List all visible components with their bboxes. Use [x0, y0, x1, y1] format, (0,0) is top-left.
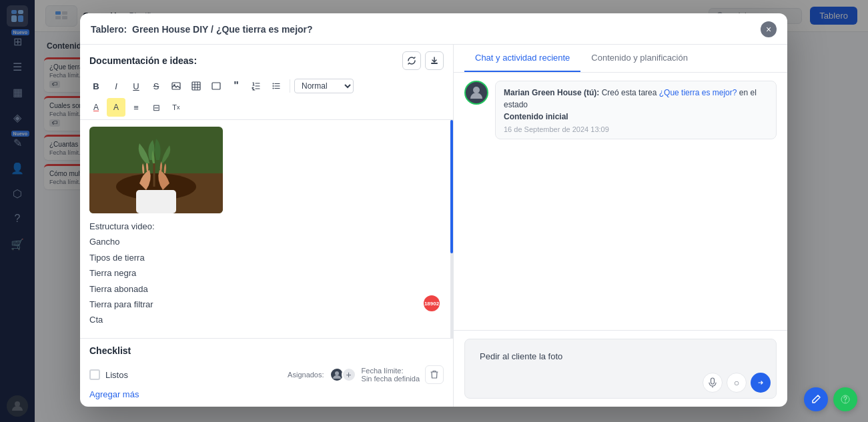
- svg-rect-14: [212, 83, 220, 89]
- fecha-value: Sin fecha definida: [362, 375, 420, 383]
- toolbar-bold[interactable]: B: [87, 77, 105, 95]
- checklist-section: Checklist Listos Asignados:: [80, 338, 453, 407]
- svg-point-22: [335, 371, 339, 375]
- comment-placeholder-text[interactable]: Pedir al cliente la foto: [473, 346, 768, 367]
- fecha-label: Fecha límite:: [362, 367, 404, 375]
- checklist-item: Listos Asignados: +: [89, 361, 444, 388]
- toolbar-separator: [290, 79, 290, 93]
- svg-rect-10: [431, 63, 438, 64]
- modal-title: Tablero: Green House DIY / ¿Que tierra e…: [91, 24, 313, 35]
- toolbar-justify[interactable]: ⊟: [147, 98, 165, 117]
- edit-icon: [811, 394, 821, 405]
- refresh-icon: [407, 56, 416, 65]
- activity-action: Creó esta tarea: [602, 88, 659, 97]
- toolbar-strikethrough[interactable]: S: [147, 77, 165, 95]
- comment-actions: ○: [703, 373, 771, 393]
- unordered-list-icon: [272, 81, 281, 91]
- checklist-item-label: Listos: [105, 370, 282, 380]
- toolbar-code[interactable]: [207, 77, 226, 95]
- fab-edit-button[interactable]: [804, 387, 828, 411]
- tab-contenido-planificacion[interactable]: Contenido y planificación: [580, 45, 699, 72]
- toolbar-align[interactable]: ≡: [127, 98, 145, 117]
- activity-content: Marian Green House (tú): Creó esta tarea…: [495, 81, 777, 139]
- toolbar-text-color[interactable]: A: [87, 98, 105, 117]
- svg-point-17: [273, 88, 274, 89]
- asignados-label: Asignados:: [288, 371, 324, 379]
- doc-action-download[interactable]: [425, 51, 444, 70]
- modal-header: Tablero: Green House DIY / ¿Que tierra e…: [80, 13, 787, 45]
- microphone-icon: [709, 377, 717, 388]
- counter-badge: 18902: [424, 295, 440, 311]
- fab-help-button[interactable]: [833, 387, 857, 411]
- task-modal: Tablero: Green House DIY / ¿Que tierra e…: [80, 13, 787, 407]
- doc-section-label: Documentación e ideas:: [89, 55, 197, 66]
- scroll-thumb: [450, 120, 453, 253]
- send-button[interactable]: [751, 373, 771, 393]
- mic-button[interactable]: [703, 373, 723, 393]
- toolbar-unordered-list[interactable]: [267, 77, 286, 95]
- modal-left-panel: Documentación e ideas:: [80, 45, 454, 407]
- toolbar-italic[interactable]: I: [107, 77, 125, 95]
- svg-rect-24: [711, 378, 715, 384]
- toolbar-clear-format[interactable]: Tx: [167, 98, 185, 117]
- svg-point-16: [273, 85, 274, 87]
- fecha-container: Fecha límite: Sin fecha definida: [362, 367, 420, 383]
- doc-actions: [402, 51, 444, 70]
- image-icon: [171, 81, 181, 91]
- svg-point-23: [473, 87, 480, 93]
- toolbar-image[interactable]: [167, 77, 185, 95]
- comment-input-wrapper: Pedir al cliente la foto ○: [464, 339, 777, 399]
- avatar-group: +: [330, 367, 356, 382]
- checklist-meta: Asignados: + Fecha límite:: [288, 365, 444, 384]
- activity-user: Marian Green House (tú):: [504, 88, 599, 97]
- toolbar-highlight[interactable]: A: [107, 98, 125, 117]
- right-tabs: Chat y actividad reciente Contenido y pl…: [454, 45, 787, 73]
- modal-body: Documentación e ideas:: [80, 45, 787, 407]
- activity-feed: Marian Green House (tú): Creó esta tarea…: [454, 73, 787, 330]
- agregar-mas-link[interactable]: Agregar más: [89, 389, 139, 399]
- editor-text: Estructura video: Gancho Tipos de tierra…: [89, 219, 444, 328]
- activity-date: 16 de September de 2024 13:09: [504, 125, 768, 133]
- modal-right-panel: Chat y actividad reciente Contenido y pl…: [454, 45, 787, 407]
- doc-action-refresh[interactable]: [402, 51, 421, 70]
- editor-image: [89, 127, 223, 213]
- activity-avatar: [464, 81, 488, 105]
- svg-rect-21: [136, 190, 176, 213]
- toolbar-quote[interactable]: ": [227, 77, 246, 95]
- table-icon: [191, 81, 201, 91]
- checklist-checkbox[interactable]: [89, 369, 100, 380]
- activity-state: Contenido inicial: [504, 111, 768, 123]
- help-icon: [839, 393, 851, 405]
- toolbar-ordered-list[interactable]: [247, 77, 266, 95]
- delete-checklist-item[interactable]: [425, 365, 444, 384]
- at-button[interactable]: ○: [727, 373, 747, 393]
- toolbar-table[interactable]: [187, 77, 205, 95]
- editor-toolbar: B I U S: [80, 74, 453, 120]
- trash-icon: [430, 370, 438, 379]
- add-avatar-button[interactable]: +: [342, 367, 356, 382]
- send-icon: [756, 378, 765, 387]
- comment-area: Pedir al cliente la foto ○: [454, 330, 787, 407]
- modal-close-button[interactable]: ×: [761, 21, 777, 37]
- activity-text: Marian Green House (tú): Creó esta tarea…: [504, 87, 768, 123]
- toolbar-underline[interactable]: U: [127, 77, 145, 95]
- modal-title-text: Green House DIY / ¿Que tierra es mejor?: [132, 24, 313, 35]
- download-icon: [430, 56, 439, 65]
- tab-chat-actividad[interactable]: Chat y actividad reciente: [464, 45, 580, 72]
- comment-input-box: Pedir al cliente la foto ○: [464, 339, 777, 399]
- activity-item: Marian Green House (tú): Creó esta tarea…: [464, 81, 777, 139]
- activity-task-link[interactable]: ¿Que tierra es mejor?: [659, 88, 737, 97]
- svg-point-15: [273, 83, 274, 85]
- code-icon: [211, 81, 221, 91]
- doc-section-header: Documentación e ideas:: [80, 45, 453, 74]
- svg-rect-13: [192, 82, 200, 90]
- editor-content[interactable]: Estructura video: Gancho Tipos de tierra…: [80, 120, 453, 338]
- toolbar-style-select[interactable]: Normal Heading 1 Heading 2: [294, 79, 354, 93]
- scroll-indicator: [450, 120, 453, 338]
- svg-point-29: [841, 395, 850, 404]
- checklist-title: Checklist: [89, 345, 444, 356]
- ordered-list-icon: [252, 81, 261, 91]
